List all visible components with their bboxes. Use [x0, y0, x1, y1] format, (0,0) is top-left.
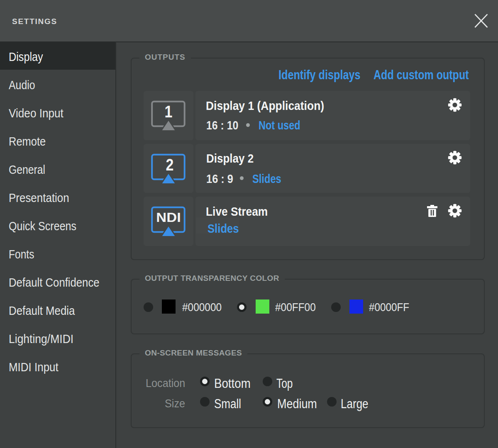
svg-text:2: 2 — [166, 155, 174, 174]
svg-text:1: 1 — [165, 102, 173, 121]
svg-text:NDI: NDI — [156, 210, 181, 225]
